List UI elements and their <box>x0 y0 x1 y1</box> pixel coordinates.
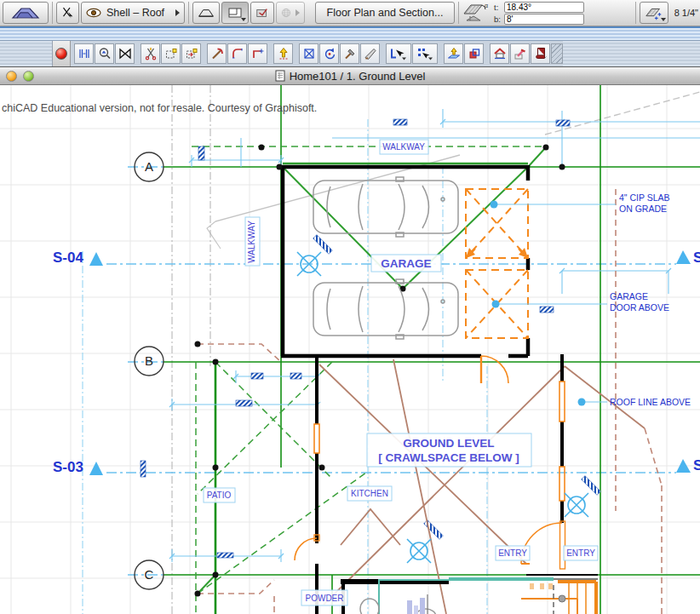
floor-plan-section-label: Floor Plan and Section... <box>327 7 444 19</box>
split-button[interactable] <box>141 43 160 64</box>
fillet-icon <box>231 47 244 60</box>
roof-pitch-group: α t: b: <box>462 1 584 25</box>
label-walkway-top: WALKWAY <box>380 140 428 154</box>
top-options-toolbar: Shell – Roof <box>0 0 700 26</box>
edit-toolbar <box>0 41 700 66</box>
globe-icon <box>281 5 291 20</box>
fillet-button[interactable] <box>227 43 247 64</box>
window <box>559 382 565 422</box>
stretch-button[interactable] <box>161 43 181 64</box>
visibility-dropdown-label: Shell – Roof <box>106 7 164 19</box>
palette-resize-grip[interactable] <box>551 43 563 64</box>
select-marquee-button[interactable] <box>412 43 438 64</box>
marquee-icon <box>118 47 132 60</box>
svg-text:GARAGE: GARAGE <box>381 257 431 270</box>
pitch-t-label: t: <box>494 3 504 12</box>
roof-pitch-icon: α <box>462 2 491 24</box>
car-bottom <box>313 279 458 339</box>
pickaxe-button[interactable] <box>207 43 227 64</box>
powder-door-arc <box>295 538 317 560</box>
svg-text:[ CRAWLSPACE BELOW ]: [ CRAWLSPACE BELOW ] <box>378 451 519 464</box>
section-arrow <box>89 252 103 266</box>
grid-bubbles[interactable]: A B C <box>135 152 164 589</box>
section-lines[interactable]: S-04 S-03 S S <box>53 167 700 575</box>
layer-settings-button[interactable] <box>510 43 530 64</box>
offset-button[interactable] <box>181 43 201 64</box>
toolbar-right-panel <box>563 41 700 66</box>
label-patio: PATIO <box>204 488 235 502</box>
globe-button[interactable] <box>276 2 305 24</box>
transfer-settings-button[interactable] <box>250 2 274 24</box>
car-top <box>313 177 458 237</box>
room-labels[interactable]: WALKWAY WALKWAY GARAGE GROUND LEVEL [ CR… <box>204 140 598 605</box>
educational-watermark: chiCAD Educational version, not for resa… <box>2 102 317 114</box>
arrow-tool-icon <box>61 5 74 20</box>
record-icon[interactable] <box>55 48 67 60</box>
corner-window-icon <box>227 7 243 19</box>
walls[interactable] <box>281 165 598 614</box>
chevron-right-icon <box>175 9 180 16</box>
select-element-button[interactable] <box>386 43 411 64</box>
grid-bubble-b: B <box>145 353 153 368</box>
knife-button[interactable] <box>360 43 380 64</box>
svg-text:ENTRY: ENTRY <box>566 548 595 558</box>
floor-plan-section-button[interactable]: Floor Plan and Section... <box>315 2 455 24</box>
window <box>559 467 565 501</box>
window-title: Home101 / 1. Ground Level <box>290 70 426 83</box>
chevron-right-icon <box>295 9 300 16</box>
group-icon <box>468 47 481 60</box>
drawing-canvas[interactable]: S-04 S-03 S S <box>0 85 700 614</box>
zoom-to-selection-icon <box>98 47 112 60</box>
stairs[interactable] <box>521 582 596 614</box>
favorites-button[interactable] <box>531 43 550 64</box>
mirror-button[interactable] <box>299 43 318 64</box>
garage-entry-door-arc <box>481 356 508 383</box>
roof-slope-button[interactable] <box>192 2 220 24</box>
transfer-settings-icon <box>255 6 269 20</box>
label-entry-right: ENTRY <box>564 546 598 560</box>
marquee-button[interactable] <box>115 43 135 64</box>
minimize-button[interactable] <box>6 71 17 82</box>
pitch-b-field[interactable] <box>504 14 584 25</box>
group-button[interactable] <box>464 43 484 64</box>
svg-text:WALKWAY: WALKWAY <box>247 221 256 263</box>
gray-axis-lines <box>172 85 215 614</box>
window-titlebar[interactable]: Home101 / 1. Ground Level <box>0 66 700 85</box>
grid-bubble-a: A <box>145 159 153 174</box>
annotations: 4" CIP SLAB ON GRADE GARAGE DOOR ABOVE R… <box>610 192 691 407</box>
chevron-down-icon <box>241 18 246 21</box>
record-tile <box>53 41 71 66</box>
rotate-button[interactable] <box>319 43 339 64</box>
document-icon <box>275 70 285 82</box>
roof-tool-button[interactable] <box>3 2 49 24</box>
adjust-size-button[interactable] <box>74 43 94 64</box>
arrow-tool-button[interactable] <box>56 2 79 24</box>
pitch-b-label: b: <box>494 14 504 24</box>
zoom-button[interactable] <box>23 71 34 82</box>
section-marker-s04: S-04 <box>53 250 83 266</box>
pitch-t-field[interactable] <box>504 2 584 13</box>
corner-window-button[interactable] <box>221 2 249 24</box>
mirror-icon <box>302 47 316 60</box>
tools-icon <box>343 47 357 60</box>
label-garage: GARAGE <box>371 255 441 272</box>
intersect-button[interactable] <box>248 43 267 64</box>
roof-offset-button[interactable] <box>640 2 668 24</box>
svg-text:GROUND LEVEL: GROUND LEVEL <box>403 437 494 450</box>
rotate-icon <box>323 47 336 60</box>
toolbar-drag-bar[interactable] <box>0 26 700 41</box>
eye-icon <box>86 8 101 18</box>
elevate-button[interactable] <box>444 43 463 64</box>
multiply-button[interactable] <box>273 43 293 64</box>
roof-slope-icon <box>198 7 215 19</box>
zoom-to-selection-button[interactable] <box>95 43 114 64</box>
story-settings-button[interactable] <box>490 43 509 64</box>
svg-text:ENTRY: ENTRY <box>498 548 527 558</box>
multiply-icon <box>277 47 290 60</box>
garage-door-above-label: GARAGE <box>610 291 648 301</box>
svg-text:KITCHEN: KITCHEN <box>351 489 388 498</box>
tools-button[interactable] <box>340 43 359 64</box>
visibility-dropdown[interactable]: Shell – Roof <box>81 2 185 24</box>
label-ground-level: GROUND LEVEL [ CRAWLSPACE BELOW ] <box>367 433 531 467</box>
svg-text:POWDER: POWDER <box>306 594 344 603</box>
